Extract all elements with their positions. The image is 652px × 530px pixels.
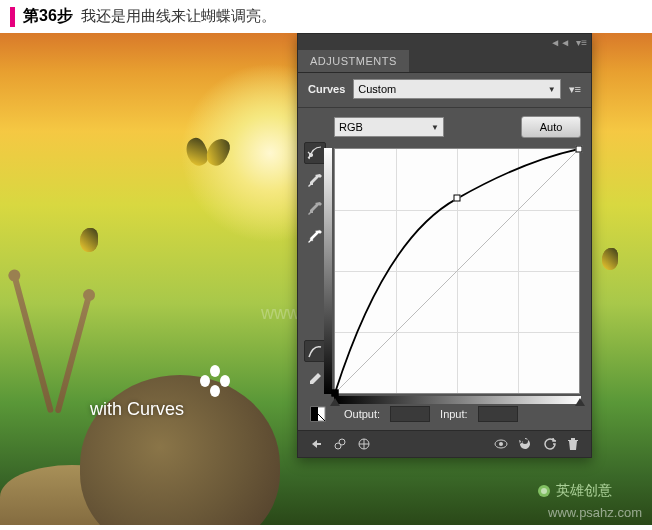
panel-footer <box>298 430 591 457</box>
previous-state-icon[interactable] <box>515 435 535 453</box>
eyedropper-gray-tool[interactable] <box>304 198 326 220</box>
brand-text: 英雄创意 <box>556 482 612 500</box>
visibility-icon[interactable] <box>491 435 511 453</box>
panel-flyout-icon[interactable]: ▾≡ <box>569 83 581 96</box>
collapse-icon[interactable]: ◄◄ <box>550 37 570 48</box>
preset-row: Curves Custom ▼ ▾≡ <box>298 73 591 105</box>
channel-dropdown[interactable]: RGB ▼ <box>334 117 444 137</box>
curve-edit-tool[interactable] <box>304 340 326 362</box>
auto-button[interactable]: Auto <box>521 116 581 138</box>
expand-view-icon[interactable] <box>330 435 350 453</box>
butterfly-icon <box>80 228 120 258</box>
output-value[interactable] <box>390 406 430 422</box>
curve-point[interactable] <box>454 194 461 201</box>
panel-tabs: ADJUSTMENTS <box>298 50 591 73</box>
butterfly-icon <box>602 248 637 276</box>
step-number: 第36步 <box>23 6 73 27</box>
watermark-bottom: www.psahz.com <box>548 505 642 520</box>
clip-indicator-icon[interactable] <box>308 404 328 424</box>
eyedropper-white-tool[interactable] <box>304 226 326 248</box>
chevron-down-icon: ▼ <box>431 123 439 132</box>
input-gradient <box>334 396 581 404</box>
step-description: 我还是用曲线来让蝴蝶调亮。 <box>81 7 276 26</box>
chevron-down-icon: ▼ <box>548 85 556 94</box>
accent-bar <box>10 7 15 27</box>
preset-value: Custom <box>358 83 396 95</box>
svg-rect-5 <box>311 407 318 421</box>
preset-dropdown[interactable]: Custom ▼ <box>353 79 560 99</box>
adjustments-panel: ◄◄ ▾≡ ADJUSTMENTS Curves Custom ▼ ▾≡ <box>297 33 592 458</box>
tab-adjustments[interactable]: ADJUSTMENTS <box>298 50 409 72</box>
pencil-tool[interactable] <box>304 368 326 390</box>
eyedropper-black-tool[interactable] <box>304 170 326 192</box>
svg-point-1 <box>541 488 547 494</box>
input-value[interactable] <box>478 406 518 422</box>
curve-point[interactable] <box>576 146 583 153</box>
clip-to-layer-icon[interactable] <box>354 435 374 453</box>
curves-tools <box>304 142 326 390</box>
return-to-list-icon[interactable] <box>306 435 326 453</box>
channel-row: RGB ▼ Auto <box>298 110 591 144</box>
curves-graph[interactable] <box>334 148 581 394</box>
image-canvas: with Curves www.psahz.com 英雄创意 www.psahz… <box>0 33 652 525</box>
flower-graphic <box>200 365 230 395</box>
black-point-slider[interactable] <box>330 398 340 408</box>
brand-badge: 英雄创意 <box>536 482 612 500</box>
target-adjust-tool[interactable] <box>304 142 326 164</box>
white-point-slider[interactable] <box>575 398 585 408</box>
svg-point-7 <box>339 439 345 445</box>
channel-value: RGB <box>339 121 363 133</box>
butterfly-icon <box>185 138 230 173</box>
panel-topbar: ◄◄ ▾≡ <box>298 34 591 50</box>
output-gradient <box>324 148 332 394</box>
reset-icon[interactable] <box>539 435 559 453</box>
input-label: Input: <box>440 408 468 420</box>
caption-text: with Curves <box>90 399 184 420</box>
trash-icon[interactable] <box>563 435 583 453</box>
panel-menu-icon[interactable]: ▾≡ <box>576 37 587 48</box>
svg-point-10 <box>499 442 503 446</box>
tutorial-header: 第36步 我还是用曲线来让蝴蝶调亮。 <box>0 0 652 33</box>
curves-label: Curves <box>308 83 345 95</box>
output-label: Output: <box>344 408 380 420</box>
